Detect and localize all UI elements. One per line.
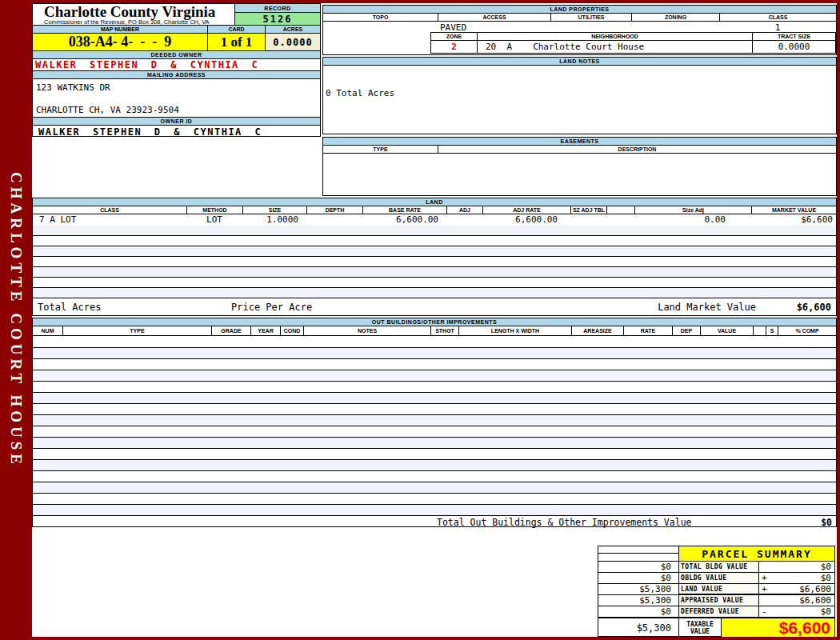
empty-row <box>33 403 836 414</box>
easement-type-label: TYPE <box>323 146 438 154</box>
out-buildings-block: OUT BUILDINGS/OTHER IMPROVEMENTS NUM TYP… <box>32 318 837 527</box>
parcel-summary-header: PARCEL SUMMARY <box>598 546 834 561</box>
col-adj: ADJ <box>446 206 482 214</box>
owner-block: Charlotte County Virginia Commissioner o… <box>32 3 321 137</box>
record-box: RECORD 5126 <box>234 4 320 25</box>
col-adj-rate: ADJ RATE <box>482 206 570 214</box>
empty-row <box>33 225 836 235</box>
empty-row <box>33 482 836 493</box>
value-appraised: $6,600 <box>770 595 834 606</box>
deeded-owner-value[interactable]: WALKER STEPHEN D & CYNTHIA C <box>33 59 320 71</box>
cell-adj-rate: 6,600.00 <box>482 214 570 225</box>
cell-base-rate: 6,600.00 <box>362 214 446 225</box>
zoning-column-label: ZONING <box>631 14 719 22</box>
record-value[interactable]: 5126 <box>235 13 320 25</box>
op-obldg: + <box>759 573 770 583</box>
tract-size-label: TRACT SIZE <box>752 33 835 41</box>
neighborhood-cell[interactable]: 20 A Charlotte Court House <box>477 41 752 53</box>
ob-col-sthgt: STHGT <box>430 326 458 336</box>
cell-size-adj: 0.00 <box>634 214 751 225</box>
sidebar-vertical-label: CHARLOTTE COURT HOUSE <box>7 172 25 468</box>
ob-col-value: VALUE <box>700 326 753 336</box>
total-acres-label: Total Acres <box>38 302 101 313</box>
prior-obldg: $0 <box>598 573 678 583</box>
address-line2: CHARLOTTE CH, VA 23923-9504 <box>36 105 320 115</box>
empty-row <box>33 493 836 504</box>
neighborhood-label: NEIGHBORHOOD <box>477 33 752 41</box>
topo-column-label: TOPO <box>323 14 438 22</box>
ob-total-value: $0 <box>821 517 832 528</box>
summary-row-appraised: $5,300 APPRAISED VALUE $6,600 <box>598 594 834 606</box>
label-appraised: APPRAISED VALUE <box>678 594 758 606</box>
record-label: RECORD <box>235 4 320 13</box>
empty-row <box>33 392 836 403</box>
easements-body[interactable] <box>323 154 836 194</box>
land-table-title: LAND <box>33 198 836 206</box>
zone-code: 20 A <box>486 42 512 52</box>
col-size: SIZE <box>242 206 306 214</box>
property-record-card: CHARLOTTE COURT HOUSE Charlotte County V… <box>0 0 840 640</box>
summary-row-deferred: $0 DEFERRED VALUE -$0 <box>598 606 834 617</box>
easements-block: EASEMENTS TYPE DESCRIPTION <box>322 137 837 196</box>
land-notes-text[interactable]: 0 Total Acres <box>323 66 836 98</box>
parcel-summary-title: PARCEL SUMMARY <box>678 546 834 561</box>
ob-col-cond: COND <box>280 326 303 336</box>
label-taxable: TAXABLE VALUE <box>678 618 721 637</box>
out-buildings-columns: NUM TYPE GRADE YEAR COND NOTES STHGT LEN… <box>33 326 836 336</box>
empty-row <box>33 287 836 298</box>
ob-col-dep: DEP <box>672 326 700 336</box>
zone-label: ZONE <box>431 33 477 41</box>
empty-row <box>33 266 836 277</box>
acres-value[interactable]: 0.0000 <box>265 34 320 50</box>
map-number-value[interactable]: 038-A4- 4- - - 9 <box>33 34 207 50</box>
op-deferred: - <box>759 606 770 617</box>
taxable-value[interactable]: $6,600 <box>721 618 834 637</box>
mailing-address-value[interactable]: 123 WATKINS DR CHARLOTTE CH, VA 23923-95… <box>33 79 320 118</box>
owner-id-value[interactable]: WALKER STEPHEN D & CYNTHIA C <box>33 126 320 138</box>
cell-size: 1.0000 <box>242 214 306 225</box>
col-size-adj: Size Adj <box>634 206 751 214</box>
ob-col-grade: GRADE <box>211 326 250 336</box>
acres-label: ACRES <box>265 26 320 34</box>
tract-size-value[interactable]: 0.0000 <box>752 41 835 53</box>
col-method: METHOD <box>186 206 242 214</box>
land-notes-title: LAND NOTES <box>323 58 836 66</box>
neighborhood-value: Charlotte Court House <box>533 42 644 52</box>
zone-table: ZONE NEIGHBORHOOD TRACT SIZE 2 20 A Char… <box>430 32 836 54</box>
empty-row <box>33 414 836 426</box>
summary-row-taxable: $5,300 TAXABLE VALUE $6,600 <box>598 617 834 637</box>
map-card-acres-header: MAP NUMBER CARD ACRES <box>33 26 320 34</box>
land-data-row[interactable]: 7 A LOT LOT 1.0000 6,600.00 6,600.00 0.0… <box>33 214 836 225</box>
ob-total-label: Total Out Buildings & Other Improvements… <box>437 517 692 528</box>
ob-col-notes: NOTES <box>303 326 430 336</box>
deeded-owner-label: DEEDED OWNER <box>33 51 320 59</box>
ob-col-areasize: AREASIZE <box>571 326 623 336</box>
empty-row <box>33 426 836 437</box>
value-obldg: $0 <box>770 573 834 583</box>
card-value[interactable]: 1 of 1 <box>207 34 265 50</box>
cell-adj <box>446 214 482 225</box>
land-empty-rows <box>33 225 836 298</box>
parcel-summary-spacer <box>598 546 678 561</box>
county-title: Charlotte County Virginia <box>44 4 234 19</box>
taxable-label-line2: VALUE <box>690 628 710 635</box>
out-buildings-empty-rows <box>33 336 836 515</box>
prior-taxable: $5,300 <box>598 618 678 637</box>
col-sz-adj-tbl: SZ ADJ TBL <box>570 206 606 214</box>
cell-method: LOT <box>186 214 242 225</box>
empty-row <box>33 381 836 392</box>
land-market-value-label: Land Market Value <box>658 302 756 313</box>
zone-value[interactable]: 2 <box>431 41 477 53</box>
land-market-value: $6,600 <box>797 302 831 313</box>
col-market-value: MARKET VALUE <box>751 206 836 214</box>
ob-col-pct-comp: % COMP <box>778 326 836 336</box>
cell-class: 7 A LOT <box>33 214 186 225</box>
col-base-rate: BASE RATE <box>362 206 446 214</box>
county-header: Charlotte County Virginia Commissioner o… <box>33 4 234 25</box>
access-column-label: ACCESS <box>438 14 550 22</box>
empty-row <box>33 246 836 256</box>
land-properties-title: LAND PROPERTIES <box>323 6 836 14</box>
ob-col-year: YEAR <box>250 326 280 336</box>
summary-row-total-bldg: $0 TOTAL BLDG VALUE $0 <box>598 561 834 572</box>
ob-col-blank <box>753 326 766 336</box>
